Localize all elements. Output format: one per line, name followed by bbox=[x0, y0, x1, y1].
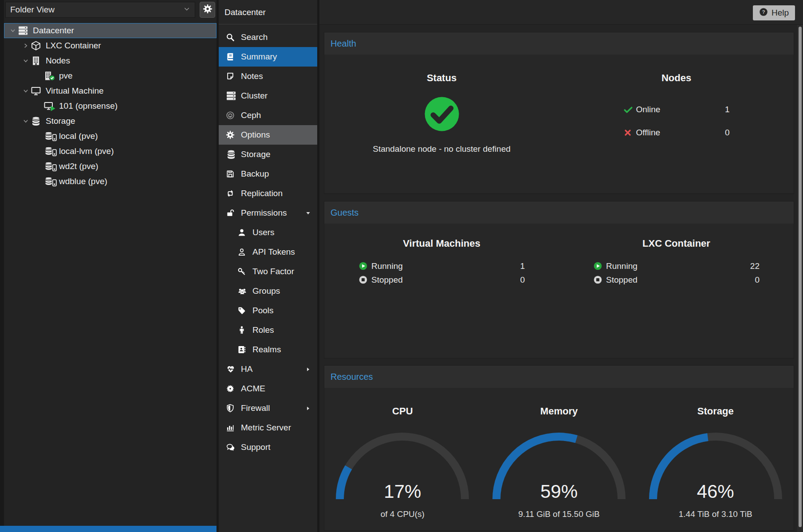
gear-icon bbox=[226, 130, 237, 139]
view-mode-value: Folder View bbox=[10, 5, 183, 15]
guest-row-stopped: Stopped0 bbox=[593, 273, 760, 287]
tree-item-label: wdblue (pve) bbox=[59, 177, 107, 186]
menu-item-search[interactable]: Search bbox=[219, 28, 317, 47]
resource-tree-panel: Folder View DatacenterLXC ContainerNodes… bbox=[4, 0, 216, 526]
menu-item-notes[interactable]: Notes bbox=[219, 67, 317, 86]
cross-icon bbox=[623, 128, 634, 137]
menu-item-ha[interactable]: HA bbox=[219, 359, 317, 379]
tag-icon bbox=[237, 306, 249, 315]
tree-item-nodes[interactable]: Nodes bbox=[4, 53, 216, 68]
stop-circle-icon bbox=[593, 275, 604, 284]
node-status-row-offline: Offline0 bbox=[623, 121, 730, 144]
replication-icon bbox=[226, 189, 237, 198]
menu-item-summary[interactable]: Summary bbox=[219, 47, 317, 67]
menu-item-api-tokens[interactable]: API Tokens bbox=[219, 242, 317, 262]
tree-item-label: 101 (opnsense) bbox=[59, 101, 118, 111]
menu-item-options[interactable]: Options bbox=[219, 125, 317, 145]
address-book-icon bbox=[237, 345, 249, 354]
menu-item-label: Permissions bbox=[241, 208, 287, 218]
help-button-label: Help bbox=[772, 8, 789, 18]
tree-item-lxc-container[interactable]: LXC Container bbox=[4, 38, 216, 53]
tree-item-local-lvm-pve[interactable]: local-lvm (pve) bbox=[4, 144, 216, 159]
menu-item-permissions[interactable]: Permissions bbox=[219, 203, 317, 223]
guest-column-title: Virtual Machines bbox=[324, 238, 559, 249]
cube-icon bbox=[31, 40, 44, 51]
chevron-down-icon[interactable] bbox=[21, 88, 31, 94]
user-icon bbox=[237, 228, 249, 237]
menu-item-realms[interactable]: Realms bbox=[219, 340, 317, 359]
menu-item-label: Replication bbox=[241, 189, 283, 198]
menu-item-pools[interactable]: Pools bbox=[219, 301, 317, 320]
menu-item-label: Groups bbox=[252, 286, 280, 296]
status-ok-icon bbox=[423, 95, 461, 133]
menu-item-ceph[interactable]: Ceph bbox=[219, 106, 317, 125]
menu-item-two-factor[interactable]: Two Factor bbox=[219, 262, 317, 281]
menu-item-label: Pools bbox=[252, 306, 274, 315]
search-icon bbox=[226, 33, 237, 42]
status-message: Standalone node - no cluster defined bbox=[324, 144, 559, 154]
database-icon bbox=[226, 149, 237, 160]
menu-item-roles[interactable]: Roles bbox=[219, 320, 317, 340]
chevron-right-icon[interactable] bbox=[21, 43, 31, 49]
chevron-down-icon[interactable] bbox=[8, 28, 18, 34]
menu-item-backup[interactable]: Backup bbox=[219, 164, 317, 184]
vertical-scrollbar-thumb[interactable] bbox=[799, 27, 802, 527]
chevron-down-icon[interactable] bbox=[21, 118, 31, 124]
tree-item-wdblue-pve[interactable]: wdblue (pve) bbox=[4, 174, 216, 189]
menu-item-label: Metric Server bbox=[241, 423, 291, 433]
guests-panel: Guests Virtual MachinesRunning1Stopped0L… bbox=[324, 201, 794, 359]
tree-item-label: LXC Container bbox=[46, 41, 101, 51]
menu-item-label: Cluster bbox=[241, 91, 268, 101]
tree-settings-button[interactable] bbox=[200, 2, 215, 18]
menu-item-label: ACME bbox=[241, 384, 265, 394]
view-mode-select[interactable]: Folder View bbox=[5, 2, 195, 18]
menu-item-label: HA bbox=[241, 364, 252, 374]
chevron-down-icon[interactable] bbox=[21, 58, 31, 64]
users-icon bbox=[237, 287, 249, 296]
menu-item-storage[interactable]: Storage bbox=[219, 145, 317, 164]
gauge-sublabel: of 4 CPU(s) bbox=[324, 509, 481, 519]
help-button[interactable]: ? Help bbox=[753, 5, 795, 20]
resource-tree: DatacenterLXC ContainerNodespveVirtual M… bbox=[4, 23, 216, 189]
caret-down-icon bbox=[305, 210, 311, 216]
menu-item-support[interactable]: Support bbox=[219, 437, 317, 457]
tree-item-virtual-machine[interactable]: Virtual Machine bbox=[4, 83, 216, 99]
menu-item-groups[interactable]: Groups bbox=[219, 281, 317, 301]
chart-icon bbox=[226, 423, 237, 432]
unlock-icon bbox=[226, 209, 237, 217]
database-drive-icon bbox=[44, 131, 57, 142]
guest-column-virtual-machines: Virtual MachinesRunning1Stopped0 bbox=[324, 224, 559, 287]
menu-item-cluster[interactable]: Cluster bbox=[219, 86, 317, 106]
cluster-icon bbox=[226, 91, 237, 101]
menu-item-label: Search bbox=[241, 32, 268, 42]
tree-item-label: Datacenter bbox=[33, 26, 74, 35]
combo-chevron-icon bbox=[183, 5, 190, 15]
gauge-sublabel: 9.11 GiB of 15.50 GiB bbox=[481, 509, 638, 519]
caret-right-icon bbox=[305, 366, 311, 372]
menu-item-metric-server[interactable]: Metric Server bbox=[219, 418, 317, 437]
tree-item-label: Nodes bbox=[46, 56, 70, 66]
menu-item-acme[interactable]: ACME bbox=[219, 379, 317, 398]
user-outline-icon bbox=[237, 248, 249, 256]
guest-row-value: 0 bbox=[520, 275, 525, 285]
database-drive-icon bbox=[44, 176, 57, 187]
play-circle-icon bbox=[593, 261, 604, 271]
menu-item-label: Options bbox=[241, 130, 270, 140]
proxmox-datacenter-screen: Folder View DatacenterLXC ContainerNodes… bbox=[0, 0, 803, 532]
database-drive-icon bbox=[44, 161, 57, 172]
tree-item-local-pve[interactable]: local (pve) bbox=[4, 129, 216, 144]
menu-item-label: Backup bbox=[241, 169, 269, 179]
guest-row-label: Running bbox=[606, 261, 638, 271]
menu-item-label: Users bbox=[252, 228, 275, 237]
tree-item-datacenter[interactable]: Datacenter bbox=[4, 23, 216, 38]
tree-item-pve[interactable]: pve bbox=[4, 68, 216, 83]
question-circle-icon: ? bbox=[759, 8, 768, 19]
tree-item-wd2t-pve[interactable]: wd2t (pve) bbox=[4, 159, 216, 174]
menu-item-firewall[interactable]: Firewall bbox=[219, 398, 317, 418]
menu-item-users[interactable]: Users bbox=[219, 223, 317, 242]
menu-item-label: Ceph bbox=[241, 110, 261, 120]
shield-icon bbox=[226, 404, 237, 413]
tree-item-storage[interactable]: Storage bbox=[4, 114, 216, 129]
tree-item-101-opnsense[interactable]: 101 (opnsense) bbox=[4, 99, 216, 114]
menu-item-replication[interactable]: Replication bbox=[219, 184, 317, 203]
